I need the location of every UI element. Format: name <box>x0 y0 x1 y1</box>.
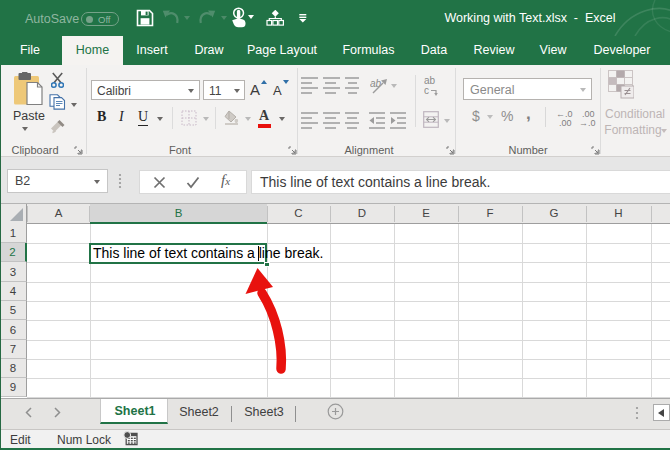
svg-text:.00: .00 <box>582 109 595 119</box>
svg-text:→.0: →.0 <box>579 118 596 128</box>
svg-text:ab: ab <box>370 78 382 89</box>
svg-text:c: c <box>424 85 429 96</box>
svg-text:←.0: ←.0 <box>556 109 573 119</box>
svg-text:.00: .00 <box>559 118 572 128</box>
